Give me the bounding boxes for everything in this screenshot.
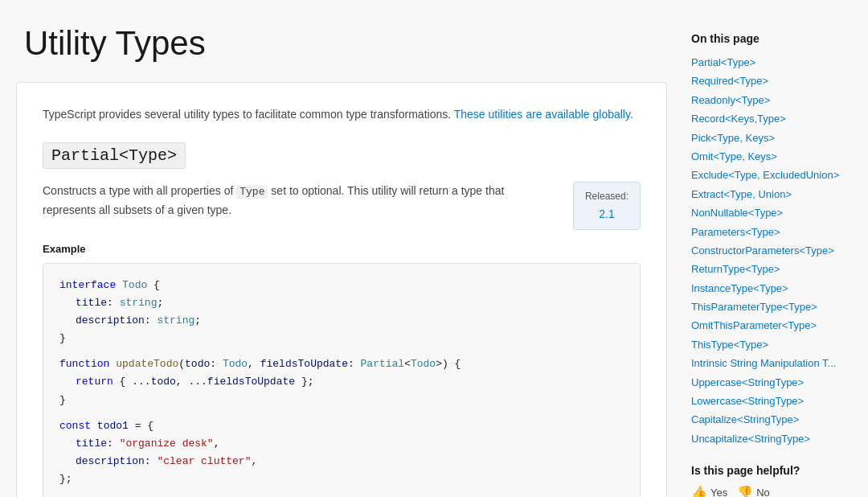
sidebar-link-omit[interactable]: Omit<Type, Keys> <box>691 147 852 166</box>
thumbs-up-icon: 👍 <box>691 485 707 497</box>
partial-desc-code: Type <box>236 185 268 199</box>
yes-button[interactable]: 👍 Yes <box>691 485 727 497</box>
released-version[interactable]: 2.1 <box>599 207 614 220</box>
helpful-section: Is this page helpful? 👍 Yes 👎 No <box>691 464 852 497</box>
sidebar-link-pick[interactable]: Pick<Type, Keys> <box>691 129 852 147</box>
sidebar-link-nonnullable[interactable]: NonNullable<Type> <box>691 203 852 222</box>
no-button[interactable]: 👎 No <box>737 485 770 497</box>
sidebar-link-omitthisparameter[interactable]: OmitThisParameter<Type> <box>691 316 852 335</box>
released-badge: Released: 2.1 <box>573 182 641 230</box>
sidebar-link-constructor-params[interactable]: ConstructorParameters<Type> <box>691 241 852 260</box>
intro-text: TypeScript provides several utility type… <box>43 105 641 123</box>
partial-desc-text: Constructs a type with all properties of… <box>43 182 573 219</box>
example-label: Example <box>43 243 641 255</box>
code-block: interface Todo { title: string; descript… <box>43 263 641 497</box>
sidebar-link-capitalize[interactable]: Capitalize<StringType> <box>691 410 852 429</box>
partial-desc: Constructs a type with all properties of… <box>43 182 641 230</box>
sidebar-links: Partial<Type> Required<Type> Readonly<Ty… <box>691 53 852 448</box>
sidebar-link-returntype[interactable]: ReturnType<Type> <box>691 260 852 278</box>
helpful-title: Is this page helpful? <box>691 464 852 477</box>
page-title: Utility Types <box>16 24 667 63</box>
sidebar: On this page Partial<Type> Required<Type… <box>691 24 852 497</box>
no-label: No <box>756 487 770 497</box>
sidebar-link-uncapitalize[interactable]: Uncapitalize<StringType> <box>691 429 852 448</box>
main-content: Utility Types TypeScript provides severa… <box>16 24 691 497</box>
intro-link[interactable]: These utilities are available globally. <box>454 108 633 121</box>
sidebar-link-lowercase[interactable]: Lowercase<StringType> <box>691 392 852 410</box>
partial-type-heading: Partial<Type> <box>43 142 186 169</box>
sidebar-link-intrinsic[interactable]: Intrinsic String Manipulation T... <box>691 354 852 372</box>
partial-desc-before: Constructs a type with all properties of <box>43 184 233 197</box>
yes-label: Yes <box>710 487 727 497</box>
content-card: TypeScript provides several utility type… <box>16 82 667 497</box>
sidebar-link-instancetype[interactable]: InstanceType<Type> <box>691 279 852 298</box>
sidebar-link-record[interactable]: Record<Keys,Type> <box>691 109 852 128</box>
sidebar-link-uppercase[interactable]: Uppercase<StringType> <box>691 373 852 392</box>
sidebar-link-readonly[interactable]: Readonly<Type> <box>691 91 852 109</box>
sidebar-link-exclude[interactable]: Exclude<Type, ExcludedUnion> <box>691 166 852 184</box>
sidebar-link-partial[interactable]: Partial<Type> <box>691 53 852 72</box>
sidebar-link-required[interactable]: Required<Type> <box>691 72 852 90</box>
sidebar-title: On this page <box>691 32 852 45</box>
sidebar-link-extract[interactable]: Extract<Type, Union> <box>691 185 852 203</box>
helpful-row: 👍 Yes 👎 No <box>691 485 852 497</box>
thumbs-down-icon: 👎 <box>737 485 753 497</box>
sidebar-link-thisparametertype[interactable]: ThisParameterType<Type> <box>691 298 852 316</box>
released-label: Released: <box>585 189 628 204</box>
sidebar-link-thistype[interactable]: ThisType<Type> <box>691 335 852 354</box>
sidebar-link-parameters[interactable]: Parameters<Type> <box>691 223 852 241</box>
